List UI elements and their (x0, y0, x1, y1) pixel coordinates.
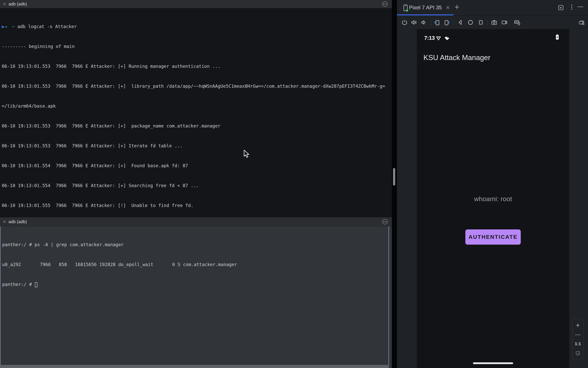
toolbar-divider (431, 20, 431, 25)
overview-icon[interactable] (478, 19, 484, 26)
close-icon[interactable]: ✕ (3, 2, 6, 6)
terminal-top-tabbar: ✕ adb (adb) ••• (0, 0, 392, 8)
home-icon[interactable] (467, 19, 474, 26)
status-bar-clock: 7:13 (424, 35, 435, 41)
terminal-bottom-tab-label[interactable]: adb (adb) (9, 219, 27, 224)
more-options-icon[interactable]: ••• (382, 219, 388, 224)
emulator-toolbar (397, 16, 588, 29)
phone-icon (403, 4, 408, 12)
prompt-arrow-icon: → (4, 24, 7, 29)
log-line: 06-10 19:13:01.554 7966 7966 E Attacker:… (2, 162, 392, 169)
emulator-tab-pixel7[interactable]: Pixel 7 API 35 (409, 5, 442, 11)
toolbar-divider (454, 20, 454, 25)
prompt-directory: ~ (12, 24, 15, 29)
log-line: =/lib/arm64/base.apk (2, 103, 392, 109)
terminal-cursor (35, 282, 37, 287)
terminal-panel-logcat: ✕ adb (adb) ••• ▶→ ~ adb logcat -s Attac… (0, 0, 392, 217)
emulator-window: Pixel 7 API 35 ✕ + ⋮ — (397, 0, 588, 368)
mouse-cursor (243, 150, 250, 159)
whoami-status-text: whoami: root (417, 195, 569, 203)
log-line: 06-10 19:13:01.553 7966 7966 E Attacker:… (2, 63, 392, 70)
screen-record-icon[interactable] (501, 19, 508, 26)
zoom-controls: + — 1:1 (572, 318, 584, 360)
screenshot-icon[interactable] (491, 19, 497, 26)
device-screen[interactable]: 7:13 KSU Attack Manager whoami: root AUT… (417, 29, 569, 368)
focus-border (389, 226, 389, 365)
back-icon[interactable] (457, 19, 464, 26)
rotate-right-icon[interactable] (444, 19, 450, 26)
emulator-tabbar: Pixel 7 API 35 ✕ + ⋮ — (397, 0, 588, 16)
vertical-scrollbar-thumb[interactable] (393, 168, 395, 185)
fit-to-window-icon[interactable] (575, 351, 580, 356)
log-line: 06-10 19:13:01.555 7966 7966 E Attacker:… (2, 202, 392, 209)
terminal-prompt-line: ▶→ ~ adb logcat -s Attacker (2, 23, 392, 30)
zoom-in-button[interactable]: + (576, 322, 580, 328)
shell-line: panther:/ # ps -A | grep com.attacker.ma… (2, 241, 392, 248)
rotate-left-icon[interactable] (434, 19, 440, 26)
terminal-top-tab-label[interactable]: adb (adb) (9, 1, 27, 7)
shield-icon (436, 36, 441, 41)
actual-size-button[interactable]: 1:1 (575, 341, 581, 346)
dock-window-icon[interactable] (558, 4, 564, 11)
hide-window-icon[interactable]: — (578, 3, 583, 10)
battery-charging-icon (556, 34, 559, 40)
log-line: 06-10 19:13:01.553 7966 7966 E Attacker:… (2, 83, 392, 90)
gesture-navigation-handle[interactable] (473, 362, 513, 364)
terminal-bottom-output[interactable]: panther:/ # ps -A | grep com.attacker.ma… (0, 226, 392, 365)
close-icon[interactable]: ✕ (3, 220, 6, 224)
volume-down-icon[interactable] (420, 19, 427, 26)
active-tab-indicator (397, 14, 454, 15)
more-options-icon[interactable]: ••• (382, 1, 388, 7)
snapshots-icon[interactable] (578, 19, 585, 26)
volume-up-icon[interactable] (411, 19, 417, 26)
log-line: --------- beginning of main (2, 43, 392, 50)
input-devices-icon[interactable] (514, 19, 520, 26)
power-icon[interactable] (401, 19, 408, 26)
log-line: 06-10 19:13:01.554 7966 7966 E Attacker:… (2, 182, 392, 189)
window-options-icon[interactable]: ⋮ (569, 3, 575, 10)
prompt-caret-icon: ▶ (2, 24, 4, 29)
shell-line: u0_a292 7966 858 16815656 192828 do_epol… (2, 261, 392, 268)
shell-prompt-line: panther:/ # (2, 281, 392, 288)
zoom-out-button[interactable]: — (575, 332, 581, 337)
signal-icon (444, 35, 450, 41)
terminal-panel-shell: ✕ adb (adb) ••• panther:/ # ps -A | grep… (0, 217, 392, 368)
terminal-bottom-tabbar: ✕ adb (adb) ••• (0, 217, 392, 226)
log-line: 06-10 19:13:01.553 7966 7966 E Attacker:… (2, 142, 392, 149)
log-line: 06-10 19:13:01.553 7966 7966 E Attacker:… (2, 123, 392, 129)
app-title: KSU Attack Manager (423, 54, 490, 62)
horizontal-scrollbar[interactable] (0, 365, 389, 368)
toolbar-divider (510, 20, 510, 25)
authenticate-button[interactable]: AUTHENTICATE (465, 230, 521, 245)
prompt-command: adb logcat -s Attacker (17, 24, 77, 29)
close-icon[interactable]: ✕ (446, 5, 450, 11)
new-tab-icon[interactable]: + (455, 3, 459, 11)
